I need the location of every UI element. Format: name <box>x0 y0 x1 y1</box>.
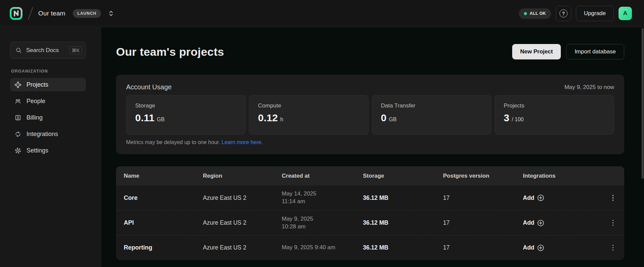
sidebar-item-label: Integrations <box>26 131 58 138</box>
col-header-postgres-version: Postgres version <box>443 173 523 179</box>
account-usage-card: Account Usage May 9, 2025 to now Storage… <box>116 75 624 154</box>
table-row[interactable]: Reporting Azure East US 2 May 9, 2025 9:… <box>116 235 624 260</box>
stat-label: Projects <box>504 102 605 109</box>
svg-text:$: $ <box>17 116 19 119</box>
stat-unit: h <box>280 117 283 123</box>
add-label: Add <box>523 219 534 226</box>
row-menu-kebab-icon[interactable] <box>610 218 616 228</box>
created-time: 10:28 am <box>282 223 306 230</box>
stat-card-projects: Projects 3 / 100 <box>495 95 614 135</box>
team-switcher-chevrons-icon[interactable] <box>108 10 114 17</box>
stat-card-storage: Storage 0.11 GB <box>126 95 246 135</box>
search-icon <box>15 47 22 53</box>
project-postgres-version: 17 <box>443 194 523 202</box>
stat-value: 0.12 <box>258 112 278 124</box>
col-header-integrations: Integrations <box>523 173 624 179</box>
projects-icon <box>14 81 21 88</box>
help-button[interactable]: ? <box>556 6 571 21</box>
team-name[interactable]: Our team <box>38 10 65 17</box>
status-pill[interactable]: ALL OK <box>519 8 551 19</box>
new-project-button[interactable]: New Project <box>512 44 561 59</box>
stat-value: 0.11 <box>135 112 155 124</box>
plan-badge: LAUNCH <box>73 9 101 18</box>
add-integration-button[interactable]: Add <box>523 219 544 227</box>
import-database-button[interactable]: Import database <box>566 44 624 59</box>
row-menu-kebab-icon[interactable] <box>610 193 616 203</box>
breadcrumb-divider <box>28 7 33 20</box>
upgrade-button[interactable]: Upgrade <box>576 6 614 21</box>
scrollbar-thumb[interactable] <box>642 28 644 179</box>
sidebar-item-label: People <box>26 98 45 105</box>
stat-label: Storage <box>135 102 236 109</box>
sidebar-item-label: Settings <box>26 147 48 154</box>
stat-value: 0 <box>381 112 387 124</box>
search-docs-input[interactable]: Search Docs ⌘K <box>10 42 86 59</box>
sidebar-item-projects[interactable]: Projects <box>10 78 86 91</box>
created-date: May 9, 2025 9:40 am <box>282 244 335 251</box>
created-date: May 9, 2025 <box>282 216 313 222</box>
status-ok-dot-icon <box>524 12 527 15</box>
stat-unit: GB <box>157 117 165 123</box>
sidebar-item-people[interactable]: People <box>10 94 86 108</box>
sidebar-item-settings[interactable]: Settings <box>10 144 86 157</box>
add-label: Add <box>523 194 534 202</box>
project-postgres-version: 17 <box>443 219 523 226</box>
add-integration-button[interactable]: Add <box>523 194 544 202</box>
learn-more-link[interactable]: Learn more here <box>222 139 261 145</box>
project-region: Azure East US 2 <box>203 219 282 226</box>
project-storage: 36.12 MB <box>363 219 443 226</box>
topbar: Our team LAUNCH ALL OK ? Upgrade A <box>0 0 644 27</box>
stat-label: Data Transfer <box>381 102 482 109</box>
stat-value: 3 <box>504 112 509 124</box>
project-name[interactable]: API <box>124 219 203 226</box>
usage-footnote-period: . <box>261 139 263 145</box>
stat-label: Compute <box>258 102 359 109</box>
neon-logo-icon[interactable] <box>9 7 23 20</box>
stat-card-compute: Compute 0.12 h <box>249 95 368 135</box>
question-mark-icon: ? <box>559 9 568 17</box>
add-label: Add <box>523 244 534 251</box>
search-placeholder: Search Docs <box>26 47 65 54</box>
col-header-created-at: Created at <box>282 173 363 179</box>
project-region: Azure East US 2 <box>203 194 282 202</box>
created-time: 11:14 am <box>282 198 305 205</box>
usage-footnote: Metrics may be delayed up to one hour. <box>126 139 222 145</box>
col-header-region: Region <box>203 173 282 179</box>
sidebar-item-integrations[interactable]: Integrations <box>10 127 86 141</box>
table-header-row: Name Region Created at Storage Postgres … <box>116 166 624 185</box>
sidebar-section-label: ORGANIZATION <box>11 69 86 74</box>
col-header-name: Name <box>124 173 203 179</box>
people-icon <box>14 98 21 105</box>
integrations-icon <box>14 131 21 138</box>
plus-circle-icon <box>537 219 544 227</box>
project-name[interactable]: Reporting <box>124 244 203 251</box>
project-region: Azure East US 2 <box>203 244 282 251</box>
row-menu-kebab-icon[interactable] <box>610 243 616 253</box>
usage-title: Account Usage <box>126 83 172 91</box>
sidebar: Search Docs ⌘K ORGANIZATION Projects <box>0 27 101 267</box>
main-content: Our team's projects New Project Import d… <box>101 27 644 267</box>
project-postgres-version: 17 <box>443 244 523 251</box>
billing-icon: $ <box>14 114 21 121</box>
settings-icon <box>14 147 21 154</box>
table-row[interactable]: Core Azure East US 2 May 14, 2025 11:14 … <box>116 185 624 210</box>
project-name[interactable]: Core <box>124 194 203 202</box>
avatar[interactable]: A <box>619 7 632 20</box>
plus-circle-icon <box>537 244 544 252</box>
table-row[interactable]: API Azure East US 2 May 9, 2025 10:28 am… <box>116 210 624 235</box>
created-date: May 14, 2025 <box>282 190 316 197</box>
project-storage: 36.12 MB <box>363 194 443 202</box>
project-created-at: May 9, 2025 10:28 am <box>282 215 363 231</box>
sidebar-item-label: Billing <box>26 114 43 121</box>
project-storage: 36.12 MB <box>363 244 443 251</box>
plus-circle-icon <box>537 194 544 202</box>
stat-card-data-transfer: Data Transfer 0 GB <box>372 95 491 135</box>
page-title: Our team's projects <box>116 45 224 58</box>
usage-period: May 9, 2025 to now <box>565 84 614 91</box>
sidebar-item-label: Projects <box>26 81 48 88</box>
col-header-storage: Storage <box>363 173 443 179</box>
add-integration-button[interactable]: Add <box>523 244 544 252</box>
project-created-at: May 14, 2025 11:14 am <box>282 190 363 206</box>
stat-unit: GB <box>389 117 396 123</box>
sidebar-item-billing[interactable]: $ Billing <box>10 111 86 124</box>
